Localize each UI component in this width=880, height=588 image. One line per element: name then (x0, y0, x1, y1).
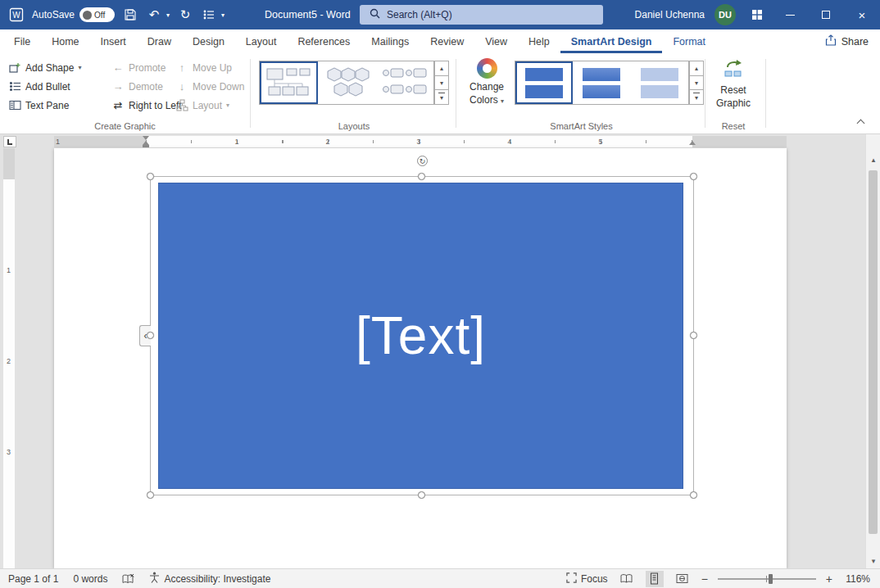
demote-label: Demote (129, 81, 163, 93)
move-down-button[interactable]: ↓ Move Down (175, 78, 244, 95)
smartart-styles-group-label: SmartArt Styles (458, 121, 705, 131)
tab-home[interactable]: Home (41, 29, 89, 53)
save-icon[interactable] (122, 7, 138, 23)
tab-design[interactable]: Design (182, 29, 235, 53)
collapse-ribbon-button[interactable] (854, 117, 867, 127)
ribbon-tab-row: File Home Insert Draw Design Layout Refe… (0, 29, 880, 53)
redo-icon[interactable]: ↻ (177, 7, 193, 23)
undo-dropdown-icon[interactable]: ▾ (166, 11, 170, 19)
print-layout-button[interactable] (646, 571, 664, 587)
avatar[interactable]: DU (714, 4, 736, 25)
zoom-slider-track[interactable] (718, 578, 816, 580)
word-count[interactable]: 0 words (73, 573, 107, 585)
search-input[interactable] (387, 9, 575, 20)
style-thumb-3[interactable] (631, 61, 688, 104)
undo-icon[interactable]: ↶ (146, 7, 162, 23)
word-count-label: 0 words (73, 573, 107, 585)
resize-handle-bottom-center[interactable] (418, 491, 425, 499)
add-shape-dropdown-icon: ▾ (78, 64, 81, 71)
reset-graphic-button[interactable]: Reset Graphic (710, 58, 757, 110)
change-colors-icon (477, 58, 497, 79)
customize-toolbar-icon[interactable] (201, 7, 217, 23)
proofing-errors-button[interactable] (122, 573, 134, 585)
smartart-shape[interactable]: [Text] (158, 183, 683, 489)
tab-help[interactable]: Help (518, 29, 560, 53)
layout-thumb-2[interactable] (318, 61, 376, 104)
word-logo-icon[interactable]: W (8, 7, 25, 23)
tab-view[interactable]: View (474, 29, 518, 53)
first-line-indent-marker[interactable] (143, 136, 149, 140)
tab-layout[interactable]: Layout (235, 29, 288, 53)
zoom-slider-thumb[interactable] (769, 574, 773, 584)
user-name[interactable]: Daniel Uchenna (635, 9, 705, 20)
zoom-level[interactable]: 116% (842, 573, 870, 585)
accessibility-checker[interactable]: Accessibility: Investigate (149, 572, 270, 586)
resize-handle-middle-right[interactable] (690, 332, 697, 339)
text-pane-button[interactable]: Text Pane (8, 97, 69, 114)
style-thumb-2[interactable] (573, 61, 630, 104)
promote-button[interactable]: ← Promote (111, 59, 166, 76)
group-divider (250, 59, 251, 128)
tab-smartart-design[interactable]: SmartArt Design (560, 29, 663, 53)
change-colors-button[interactable]: Change Colors ▾ (463, 58, 510, 106)
rotate-handle[interactable]: ↻ (417, 156, 428, 166)
web-layout-button[interactable] (674, 571, 692, 587)
add-shape-button[interactable]: Add Shape ▾ (8, 59, 81, 76)
scroll-down-icon[interactable]: ▾ (866, 554, 880, 568)
layouts-scroll-up-icon[interactable]: ▴ (434, 61, 449, 76)
style-thumb-1[interactable] (515, 61, 573, 104)
close-button[interactable]: × (844, 0, 880, 29)
layout-thumb-3[interactable] (375, 61, 433, 104)
read-mode-button[interactable] (618, 571, 636, 587)
tab-mailings[interactable]: Mailings (361, 29, 420, 53)
zoom-in-button[interactable]: + (826, 572, 832, 586)
smartart-placeholder-text[interactable]: [Text] (356, 305, 486, 366)
ribbon-display-options-icon[interactable] (749, 7, 765, 23)
demote-button[interactable]: → Demote (111, 78, 163, 95)
word-window: W AutoSave Off ↶ ▾ ↻ ▾ Document5 - Word (0, 0, 880, 588)
layouts-scroll-down-icon[interactable]: ▾ (434, 76, 449, 91)
tab-review[interactable]: Review (420, 29, 474, 53)
document-page[interactable]: ↻ ‹ [Text] (54, 148, 787, 568)
minimize-button[interactable] (772, 0, 808, 29)
right-to-left-button[interactable]: ⇄ Right to Left (111, 97, 182, 114)
styles-more-icon[interactable]: ▾ (689, 90, 704, 105)
zoom-out-button[interactable]: − (701, 572, 708, 586)
scrollbar-thumb[interactable] (869, 170, 878, 534)
resize-handle-bottom-left[interactable] (147, 491, 154, 499)
layouts-more-icon[interactable]: ▾ (434, 90, 449, 105)
zoom-slider[interactable] (718, 572, 816, 586)
quick-access-chevron-icon[interactable]: ▾ (221, 11, 225, 19)
maximize-button[interactable] (808, 0, 844, 29)
smartart-selection-frame[interactable]: ↻ ‹ [Text] (150, 176, 694, 495)
ruler-number: 4 (507, 138, 511, 146)
tab-file[interactable]: File (3, 29, 41, 53)
autosave-toggle[interactable]: AutoSave Off (32, 7, 115, 22)
move-up-button[interactable]: ↑ Move Up (175, 59, 232, 76)
page-indicator[interactable]: Page 1 of 1 (8, 573, 58, 585)
tab-format[interactable]: Format (662, 29, 716, 53)
add-bullet-button[interactable]: Add Bullet (8, 78, 70, 95)
layout-thumb-1[interactable] (260, 61, 318, 104)
share-button[interactable]: Share (825, 29, 869, 53)
scroll-up-icon[interactable]: ▴ (866, 152, 880, 167)
styles-scroll-up-icon[interactable]: ▴ (689, 61, 704, 76)
focus-button[interactable]: Focus (566, 572, 608, 586)
tab-stop-selector[interactable] (3, 136, 16, 147)
tab-draw[interactable]: Draw (137, 29, 182, 53)
tab-insert[interactable]: Insert (90, 29, 137, 53)
resize-handle-middle-left[interactable] (147, 332, 154, 339)
right-indent-marker[interactable] (689, 141, 696, 145)
resize-handle-top-center[interactable] (418, 173, 425, 180)
search-box[interactable] (360, 5, 603, 25)
titlebar: W AutoSave Off ↶ ▾ ↻ ▾ Document5 - Word (0, 0, 880, 29)
tab-references[interactable]: References (287, 29, 361, 53)
vertical-scrollbar[interactable]: ▴ ▾ (865, 134, 880, 568)
styles-scroll-down-icon[interactable]: ▾ (689, 76, 704, 91)
layout-button[interactable]: Layout ▾ (175, 97, 229, 114)
left-indent-marker[interactable] (143, 145, 149, 147)
resize-handle-top-right[interactable] (690, 173, 697, 180)
resize-handle-bottom-right[interactable] (690, 491, 697, 499)
styles-gallery-scroll: ▴ ▾ ▾ (689, 61, 704, 105)
resize-handle-top-left[interactable] (147, 173, 154, 180)
